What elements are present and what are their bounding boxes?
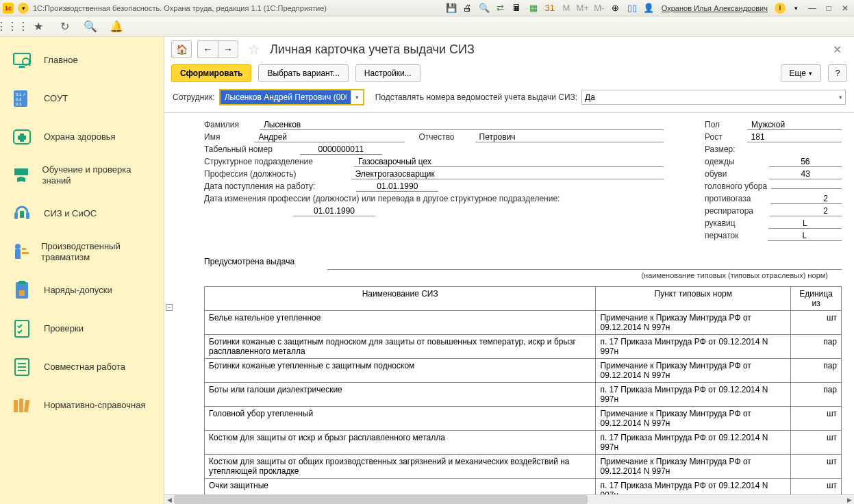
height-value: 181 — [747, 132, 842, 142]
mittens-value: L — [768, 218, 842, 229]
iconbar: ⋮⋮⋮ ★ ↻ 🔍 🔔 — [0, 16, 854, 37]
help-button[interactable]: ? — [828, 64, 847, 82]
employee-field[interactable] — [221, 90, 351, 104]
scroll-left-icon[interactable]: ◀ — [164, 495, 174, 504]
preview-icon[interactable]: 🔍 — [478, 2, 490, 14]
table-cell: Боты или галоши диэлектрические — [205, 383, 596, 407]
table-cell: Примечание к Приказу Минтруда РФ от 09.1… — [596, 455, 791, 479]
close-button[interactable]: ✕ — [839, 2, 851, 14]
m-icon-1[interactable]: M — [560, 2, 573, 14]
prof-value: Электрогазосварщик — [351, 169, 664, 179]
close-page-button[interactable]: ✕ — [827, 40, 847, 59]
history-icon[interactable]: ↻ — [58, 20, 71, 34]
table-row[interactable]: Головной убор утепленныйПримечание к При… — [205, 407, 842, 431]
choose-variant-button[interactable]: Выбрать вариант... — [258, 64, 348, 82]
sidebar-item-health[interactable]: Охрана здоровья — [0, 118, 164, 156]
star-outline-icon[interactable]: ★ — [32, 20, 45, 34]
change-label: Дата изменения профессии (должности) или… — [204, 194, 560, 203]
sidebar-item-reference[interactable]: Нормативно-справочная — [0, 386, 164, 425]
dept-label: Структурное подразделение — [204, 157, 313, 166]
sidebar-item-collab[interactable]: Совместная работа — [0, 348, 164, 386]
medical-icon — [10, 125, 34, 149]
table-row[interactable]: Костюм для защиты от искр и брызг распла… — [205, 431, 842, 455]
splitter-toggle[interactable]: – — [166, 304, 173, 311]
search-icon[interactable]: 🔍 — [84, 20, 97, 34]
sidebar-item-training[interactable]: Обучение и проверка знаний — [0, 156, 164, 194]
sidebar-item-main[interactable]: Главное — [0, 41, 164, 79]
siz-table: Наименование СИЗПункт типовых нормЕдиниц… — [204, 286, 842, 494]
calc-icon[interactable]: 🖩 — [511, 2, 523, 14]
generate-button[interactable]: Сформировать — [171, 64, 251, 82]
back-button[interactable]: ← — [197, 40, 218, 58]
zoom-icon[interactable]: ⊕ — [610, 2, 622, 14]
employee-dropdown-icon[interactable]: ▾ — [351, 90, 363, 104]
maximize-button[interactable]: □ — [822, 2, 835, 14]
sidebar-label: СОУТ — [44, 93, 68, 104]
clothes-label: одежды — [705, 157, 735, 166]
apps-icon[interactable]: ⋮⋮⋮ — [5, 20, 19, 34]
resp-label: респиратора — [705, 206, 753, 216]
sidebar-label: Проверки — [44, 323, 84, 334]
gloves-value: L — [768, 231, 842, 241]
gasmask-label: противогаза — [705, 194, 751, 203]
svg-text:3.3: 3.3 — [16, 102, 22, 106]
sidebar-item-permits[interactable]: Наряды-допуски — [0, 271, 164, 310]
table-row[interactable]: Костюм для защиты от общих производствен… — [205, 455, 842, 479]
svg-rect-27 — [24, 400, 29, 413]
svg-rect-14 — [15, 249, 21, 259]
sidebar-item-injury[interactable]: Производственный травматизм — [0, 233, 164, 271]
calendar-icon[interactable]: ▦ — [527, 2, 540, 14]
table-header: Наименование СИЗ — [205, 287, 596, 311]
settings-button[interactable]: Настройки... — [355, 64, 420, 82]
table-row[interactable]: Ботинки кожаные утепленные с защитным по… — [205, 359, 842, 383]
compare-icon[interactable]: ⇄ — [494, 2, 507, 14]
sidebar-label: Наряды-допуски — [44, 285, 112, 296]
m-plus-icon[interactable]: M+ — [577, 2, 589, 14]
dropdown-arrow-icon[interactable]: ▾ — [18, 3, 29, 14]
table-cell: Ботинки кожаные утепленные с защитным по… — [205, 359, 596, 383]
table-row[interactable]: Очки защитныеп. 17 Приказа Минтруда РФ о… — [205, 479, 842, 495]
scroll-right-icon[interactable]: ▶ — [844, 495, 854, 504]
document-lines-icon — [10, 355, 34, 379]
user-name[interactable]: Охранов Илья Александрович — [662, 4, 768, 12]
home-button[interactable]: 🏠 — [171, 40, 192, 58]
table-cell: Примечание к Приказу Минтруда РФ от 09.1… — [596, 407, 791, 431]
svg-rect-19 — [19, 290, 25, 296]
more-button[interactable]: Еще — [781, 64, 821, 82]
svg-rect-26 — [19, 399, 23, 412]
save-icon[interactable]: 💾 — [445, 2, 457, 14]
substitute-field[interactable]: Да ▾ — [581, 90, 846, 105]
table-cell: Очки защитные — [205, 479, 596, 495]
sidebar-item-sout[interactable]: 3.1 ✓3.23.3 СОУТ — [0, 79, 164, 118]
report-area: – Фамилия Лысенков Имя Андрей Отчество П… — [164, 112, 854, 494]
list-check-icon: 3.1 ✓3.23.3 — [10, 86, 34, 111]
scroll-thumb[interactable] — [174, 495, 588, 504]
bell-icon[interactable]: 🔔 — [110, 20, 123, 34]
svg-rect-15 — [22, 248, 26, 250]
sidebar-item-siz[interactable]: СИЗ и СиОС — [0, 194, 164, 233]
table-row[interactable]: Белье нательное утепленноеПримечание к П… — [205, 311, 842, 335]
table-row[interactable]: Боты или галоши диэлектрическиеп. 17 При… — [205, 383, 842, 407]
sidebar-item-checks[interactable]: Проверки — [0, 310, 164, 348]
substitute-dropdown-icon[interactable]: ▾ — [839, 94, 842, 101]
employee-label: Сотрудник: — [173, 92, 215, 102]
info-icon[interactable]: i — [775, 3, 786, 14]
print-icon[interactable]: 🖨 — [462, 2, 474, 14]
top-nav: 🏠 ← → ☆ Личная карточка учета выдачи СИЗ… — [164, 37, 854, 62]
panels-icon[interactable]: ▯▯ — [626, 2, 638, 14]
table-cell: Головной убор утепленный — [205, 407, 596, 431]
resp-value: 2 — [770, 206, 842, 216]
horizontal-scrollbar[interactable]: ◀ ▶ — [164, 494, 854, 504]
svg-point-13 — [15, 244, 21, 249]
forward-button[interactable]: → — [218, 40, 238, 58]
table-row[interactable]: Ботинки кожаные с защитным подноском для… — [205, 335, 842, 359]
date-icon[interactable]: 31 — [544, 2, 556, 14]
height-label: Рост — [705, 132, 723, 142]
patronymic-value: Петрович — [475, 132, 664, 142]
favorite-icon[interactable]: ☆ — [248, 41, 260, 58]
titlebar: 1c ▾ 1С:Производственная безопасность. О… — [0, 0, 854, 16]
minimize-button[interactable]: — — [806, 2, 818, 14]
table-cell: шт — [791, 407, 842, 431]
m-minus-icon[interactable]: M- — [593, 2, 605, 14]
info-dd-icon[interactable]: ▾ — [790, 2, 802, 14]
